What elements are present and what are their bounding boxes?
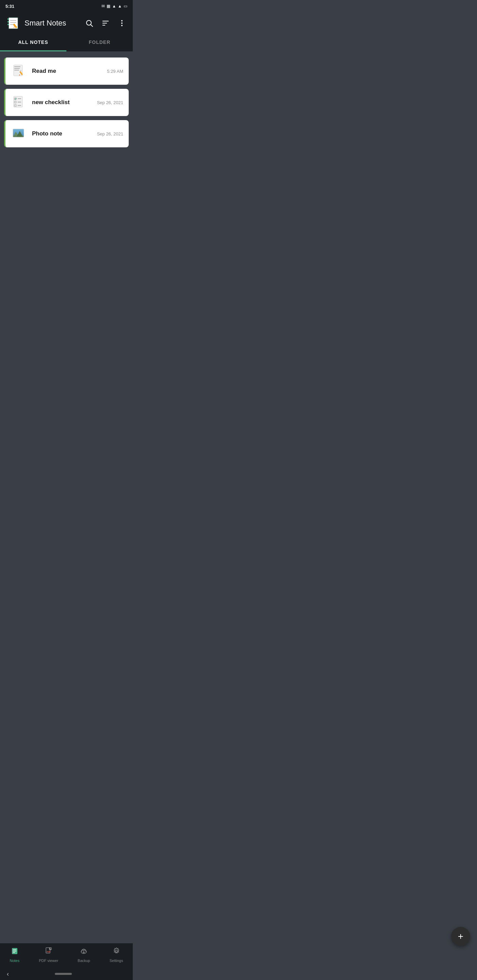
app-logo [5,16,21,30]
note-icon-read-me [11,63,27,79]
svg-rect-32 [14,105,16,107]
note-info-read-me: Read me 5:29 AM [32,68,123,75]
email-status-icon: ✉ [102,4,105,8]
notes-list: Read me 5:29 AM new checklist Sep 26, [0,52,133,256]
svg-rect-19 [14,66,21,67]
note-icon-checklist [11,94,27,111]
svg-point-15 [121,20,123,21]
app-bar-actions [84,18,127,29]
more-options-button[interactable] [116,18,127,29]
svg-rect-21 [14,70,19,70]
wifi-icon: ▲ [112,4,116,8]
svg-rect-4 [8,24,9,25]
note-card-photo[interactable]: Photo note Sep 26, 2021 [4,120,129,147]
svg-line-11 [91,25,93,27]
note-icon-photo [11,126,27,142]
svg-rect-20 [14,68,20,69]
status-time: 5:31 [5,4,14,9]
app-title: Smart Notes [24,19,80,27]
note-title-checklist: new checklist [32,99,70,106]
app-bar: Smart Notes [0,12,133,34]
signal-icon: ▲ [118,4,122,8]
svg-rect-33 [18,105,21,106]
svg-point-16 [121,22,123,24]
svg-point-17 [121,25,123,26]
search-button[interactable] [84,18,95,29]
sort-button[interactable] [100,18,111,29]
svg-point-24 [20,70,21,72]
svg-rect-38 [13,136,24,137]
note-card-checklist[interactable]: new checklist Sep 26, 2021 [4,89,129,116]
svg-rect-30 [14,101,16,103]
note-title-photo: Photo note [32,130,62,137]
calendar-status-icon: ▦ [107,4,110,8]
svg-rect-31 [18,102,21,102]
svg-rect-3 [8,21,9,22]
note-info-checklist: new checklist Sep 26, 2021 [32,99,123,106]
battery-icon: ▭ [124,4,127,8]
note-title-read-me: Read me [32,68,56,75]
note-date-photo: Sep 26, 2021 [97,131,123,137]
tab-all-notes[interactable]: ALL NOTES [0,34,66,51]
tab-bar: ALL NOTES FOLDER [0,34,133,52]
tab-folder[interactable]: FOLDER [66,34,133,51]
note-card-read-me[interactable]: Read me 5:29 AM [4,57,129,85]
status-icons: ✉ ▦ ▲ ▲ ▭ [102,4,127,8]
status-bar: 5:31 ✉ ▦ ▲ ▲ ▭ [0,0,133,12]
note-date-read-me: 5:29 AM [107,69,123,74]
svg-rect-29 [18,98,21,99]
note-date-checklist: Sep 26, 2021 [97,100,123,105]
note-info-photo: Photo note Sep 26, 2021 [32,130,123,137]
svg-rect-2 [8,18,9,20]
